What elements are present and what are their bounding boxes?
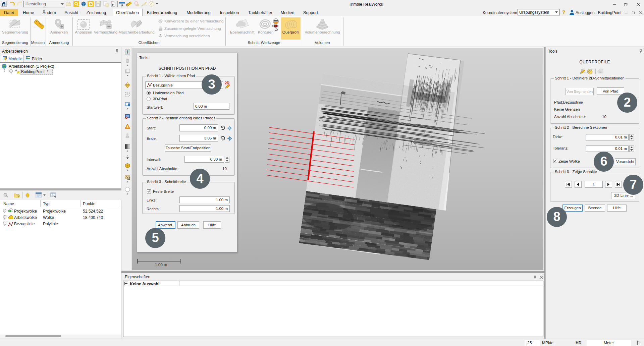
svg-text:1.00 m: 1.00 m bbox=[155, 263, 167, 267]
